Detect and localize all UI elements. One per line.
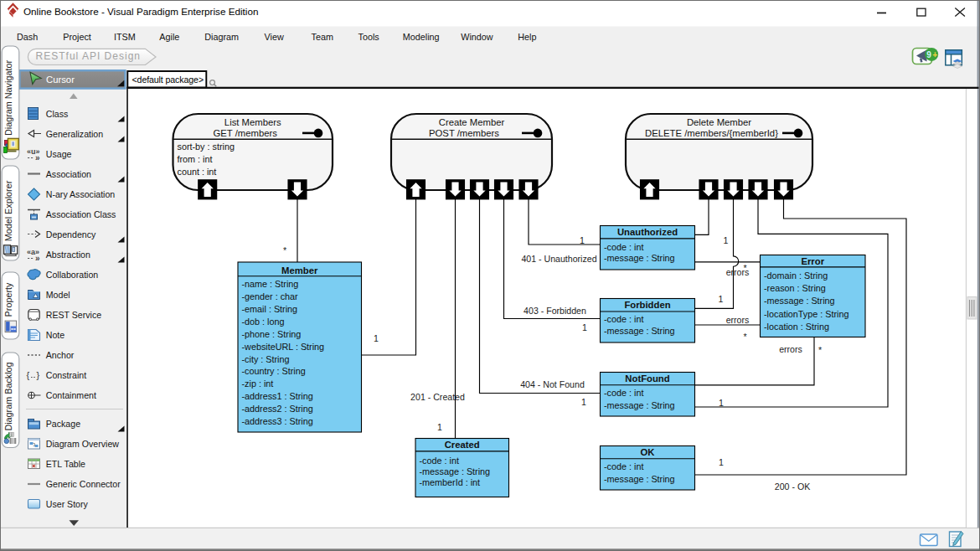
svg-text:-message : String: -message : String [420, 466, 491, 476]
svg-text:Team: Team [311, 32, 333, 42]
svg-text:1: 1 [724, 235, 729, 245]
svg-text:Dependency: Dependency [46, 229, 96, 239]
svg-text:List Members: List Members [224, 117, 281, 127]
svg-text:1: 1 [581, 397, 586, 407]
svg-text:Forbidden: Forbidden [624, 300, 670, 310]
svg-text:-phone : String: -phone : String [242, 329, 302, 339]
svg-text:-domain : String: -domain : String [764, 270, 828, 281]
svg-text:Class: Class [46, 109, 69, 119]
svg-text:POST /members: POST /members [429, 128, 499, 138]
svg-text:-code : int: -code : int [604, 314, 643, 324]
svg-text:1: 1 [719, 294, 724, 304]
svg-text:-message : String: -message : String [604, 474, 675, 484]
svg-text:-gender : char: -gender : char [242, 291, 299, 301]
svg-text:Unauthorized: Unauthorized [617, 227, 678, 237]
svg-text:-country : String: -country : String [242, 366, 306, 376]
svg-text:1: 1 [719, 457, 724, 467]
svg-text:Project: Project [63, 32, 91, 42]
svg-text:*: * [743, 263, 746, 273]
svg-text:-locationType : String: -locationType : String [764, 309, 848, 319]
svg-text:Anchor: Anchor [46, 350, 75, 360]
svg-text:-dob : long: -dob : long [242, 317, 285, 327]
svg-text:-code : int: -code : int [604, 388, 643, 398]
svg-text:-name : String: -name : String [242, 279, 299, 289]
svg-text:9: 9 [926, 50, 931, 59]
svg-text:Agile: Agile [159, 32, 179, 42]
svg-text:Association: Association [46, 169, 91, 179]
svg-text:N-ary Association: N-ary Association [46, 189, 116, 199]
svg-text:Online Bookstore - Visual Para: Online Bookstore - Visual Paradigm Enter… [23, 6, 258, 17]
svg-text:-zip : int: -zip : int [242, 378, 274, 389]
svg-text:User Story: User Story [46, 499, 89, 509]
svg-text:-address1 : String: -address1 : String [242, 391, 313, 401]
svg-text:404 - Not Found: 404 - Not Found [520, 379, 585, 389]
svg-text:1: 1 [719, 398, 724, 408]
svg-text:Help: Help [518, 32, 536, 42]
svg-text:Note: Note [46, 330, 64, 340]
svg-text:Collaboration: Collaboration [46, 270, 99, 280]
svg-text:sort-by : string: sort-by : string [178, 142, 235, 152]
svg-text:-location : String: -location : String [764, 322, 829, 332]
svg-text:{: { [27, 370, 30, 380]
svg-text:Model: Model [46, 290, 70, 300]
svg-text:-memberId : int: -memberId : int [420, 477, 481, 487]
svg-text:Model Explorer: Model Explorer [3, 180, 13, 241]
svg-text:Diagram: Diagram [204, 32, 239, 42]
svg-text:OK: OK [641, 447, 656, 457]
svg-text:from : int: from : int [178, 154, 213, 164]
svg-text:*: * [283, 245, 286, 255]
svg-text:403 - Forbidden: 403 - Forbidden [524, 306, 586, 316]
svg-text:-reason : String: -reason : String [764, 283, 826, 293]
svg-text:Dash: Dash [17, 32, 38, 42]
svg-text:Create Member: Create Member [439, 117, 505, 127]
svg-text:Diagram Overview: Diagram Overview [46, 439, 119, 449]
svg-text:Window: Window [461, 32, 493, 42]
svg-text:View: View [265, 32, 284, 42]
svg-text:Constraint: Constraint [46, 370, 86, 380]
svg-text:}: } [37, 370, 40, 380]
svg-text:»: » [35, 254, 40, 263]
svg-text:Diagram Navigator: Diagram Navigator [3, 60, 13, 136]
svg-text:count : int: count : int [178, 167, 217, 177]
svg-text:GET /members: GET /members [214, 128, 278, 138]
svg-text:Property: Property [3, 282, 13, 317]
svg-text:-message : String: -message : String [604, 400, 675, 410]
svg-text:-code : int: -code : int [604, 461, 643, 471]
svg-text:Member: Member [281, 265, 318, 276]
svg-text:Package: Package [46, 419, 80, 429]
svg-text:REST Service: REST Service [46, 310, 101, 320]
svg-text:-code : int: -code : int [420, 456, 459, 466]
svg-text:Containment: Containment [46, 390, 96, 400]
svg-text:201 - Created: 201 - Created [410, 392, 465, 402]
svg-text:errors: errors [726, 315, 750, 325]
svg-text:401 - Unauthorized: 401 - Unauthorized [521, 254, 596, 264]
svg-text:Diagram Backlog: Diagram Backlog [3, 362, 13, 430]
svg-text:1: 1 [582, 322, 587, 332]
svg-text:*: * [743, 332, 746, 342]
svg-text:Generalization: Generalization [46, 129, 103, 139]
svg-text:NotFound: NotFound [625, 373, 669, 384]
svg-text:-message : String: -message : String [764, 296, 835, 306]
svg-text:-city : String: -city : String [242, 354, 290, 364]
svg-text:Abstraction: Abstraction [46, 250, 90, 260]
svg-text:+: + [932, 50, 937, 59]
svg-text:»: » [35, 153, 40, 162]
svg-text:RESTful API Design: RESTful API Design [36, 50, 141, 62]
svg-text:Modeling: Modeling [403, 32, 440, 42]
svg-text:1: 1 [437, 422, 442, 432]
svg-text:Generic Connector: Generic Connector [46, 479, 121, 489]
svg-text:*: * [818, 345, 822, 355]
svg-text:1: 1 [374, 333, 379, 343]
svg-text:-email : String: -email : String [242, 304, 298, 314]
svg-text:-address3 : String: -address3 : String [242, 416, 313, 426]
svg-text:-address2 : String: -address2 : String [242, 404, 313, 414]
svg-text:Delete Member: Delete Member [687, 117, 751, 127]
svg-text:DELETE /members/{memberId}: DELETE /members/{memberId} [645, 128, 778, 138]
svg-text:Tools: Tools [358, 32, 379, 42]
svg-text:Usage: Usage [46, 149, 72, 159]
svg-text:-message : String: -message : String [604, 253, 675, 263]
svg-text:Created: Created [445, 440, 480, 450]
svg-text:<default package>: <default package> [132, 75, 204, 85]
svg-text:1: 1 [580, 235, 585, 245]
svg-text:200 - OK: 200 - OK [775, 481, 810, 492]
